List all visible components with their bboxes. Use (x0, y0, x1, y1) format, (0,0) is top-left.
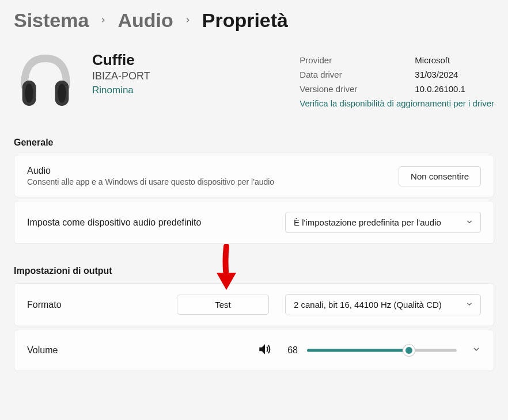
default-device-select[interactable]: È l'impostazione predefinita per l'audio (285, 212, 481, 233)
audio-permission-card: Audio Consenti alle app e a Windows di u… (14, 155, 494, 197)
chevron-right-icon (184, 14, 192, 27)
audio-card-title: Audio (27, 166, 389, 176)
volume-title: Volume (27, 345, 248, 356)
audio-card-subtitle: Consenti alle app e a Windows di usare q… (27, 177, 389, 186)
section-title-general: Generale (14, 138, 494, 148)
format-card: Formato Test 2 canali, bit 16, 44100 Hz … (14, 283, 494, 326)
test-button[interactable]: Test (177, 295, 269, 315)
volume-card: Volume 68 (14, 330, 494, 371)
disallow-button[interactable]: Non consentire (399, 166, 481, 186)
format-select[interactable]: 2 canali, bit 16, 44100 Hz (Qualità CD) (285, 294, 481, 315)
breadcrumb-proprieta: Proprietà (202, 9, 288, 32)
rename-link[interactable]: Rinomina (92, 85, 150, 96)
device-header: Cuffie IBIZA-PORT Rinomina Provider Micr… (14, 44, 494, 128)
slider-thumb[interactable] (403, 345, 415, 356)
driver-version-value: 10.0.26100.1 (415, 82, 465, 97)
chevron-down-icon (465, 217, 473, 227)
svg-point-3 (58, 84, 66, 103)
driver-date-label: Data driver (300, 68, 392, 82)
speaker-icon[interactable] (257, 342, 272, 359)
format-title: Formato (27, 300, 168, 310)
svg-marker-4 (259, 344, 265, 354)
section-title-output: Impostazioni di output (14, 266, 494, 276)
volume-slider[interactable] (307, 343, 457, 357)
breadcrumb-sistema[interactable]: Sistema (14, 9, 89, 32)
headphones-icon (14, 49, 77, 112)
default-device-title: Imposta come dispositivo audio predefini… (27, 217, 276, 228)
chevron-right-icon (99, 14, 107, 27)
default-device-card: Imposta come dispositivo audio predefini… (14, 201, 494, 244)
breadcrumb-audio[interactable]: Audio (117, 9, 173, 32)
svg-point-2 (25, 84, 33, 103)
breadcrumb: Sistema Audio Proprietà (14, 0, 494, 44)
device-name: Cuffie (92, 51, 150, 69)
provider-value: Microsoft (415, 54, 450, 68)
driver-info: Provider Microsoft Data driver 31/03/202… (300, 49, 494, 112)
slider-fill (307, 349, 409, 352)
provider-label: Provider (300, 54, 392, 68)
expand-volume-icon[interactable] (472, 345, 481, 356)
driver-date-value: 31/03/2024 (415, 68, 458, 82)
device-subname: IBIZA-PORT (92, 70, 150, 82)
chevron-down-icon (465, 300, 473, 310)
driver-update-link[interactable]: Verifica la disponibilità di aggiornamen… (300, 98, 494, 108)
default-device-select-value: È l'impostazione predefinita per l'audio (294, 217, 441, 227)
volume-value: 68 (282, 345, 298, 356)
format-select-value: 2 canali, bit 16, 44100 Hz (Qualità CD) (294, 300, 442, 310)
driver-version-label: Versione driver (300, 82, 392, 97)
